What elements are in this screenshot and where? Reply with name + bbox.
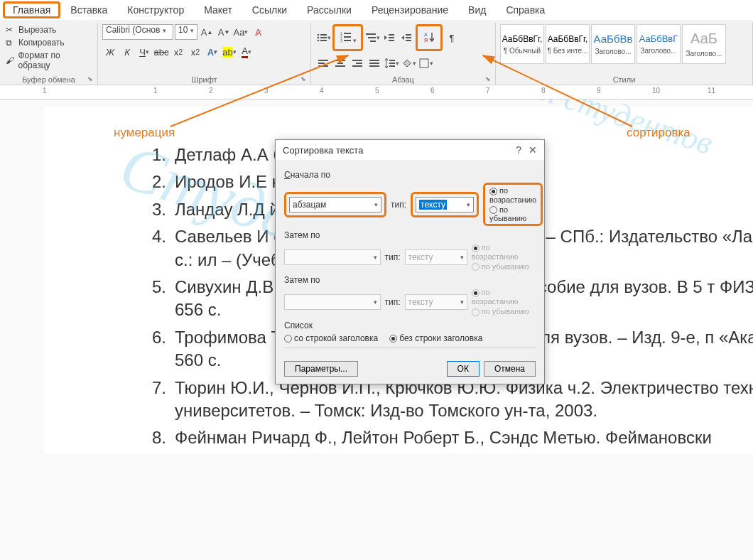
clipboard-launcher-icon[interactable]: ⬊ [87, 75, 96, 84]
tab-home[interactable]: Главная [3, 1, 60, 18]
format-painter-button[interactable]: 🖌 Формат по образцу [4, 50, 93, 71]
cancel-button[interactable]: Отмена [484, 361, 536, 377]
font-name-combo[interactable]: Calibri (Основ ▾ [102, 24, 173, 40]
tab-layout[interactable]: Макет [194, 1, 242, 18]
first-by-label: Сначала по [284, 170, 536, 180]
radio-icon [472, 244, 480, 252]
ruler-mark: 8 [541, 87, 546, 95]
sort-dialog: Сортировка текста ? ✕ Сначала по абзацам… [275, 139, 545, 384]
sort-type-combo[interactable]: тексту▾ [416, 197, 474, 212]
line-spacing-button[interactable]: ▾ [384, 55, 399, 71]
multilevel-button[interactable]: ▾ [364, 30, 380, 45]
type-label: тип: [385, 252, 401, 262]
list-item: 8.Фейнман Ричард Ф., Лейтон Роберт Б., С… [143, 426, 753, 449]
dec-indent-button[interactable] [381, 30, 397, 45]
bold-button[interactable]: Ж [102, 44, 118, 60]
underline-button[interactable]: Ч▾ [136, 44, 152, 60]
style-sample: АаБ [690, 31, 717, 47]
options-button[interactable]: Параметры... [284, 361, 358, 377]
svg-rect-27 [337, 63, 343, 64]
numbering-button[interactable]: 123 ▾ [332, 24, 363, 51]
shrink-font-button[interactable]: A▼ [216, 24, 232, 40]
inc-indent-button[interactable] [399, 30, 414, 45]
close-icon[interactable]: ✕ [529, 144, 537, 156]
tab-insert[interactable]: Вставка [60, 1, 117, 18]
list-number: 2. [143, 171, 175, 193]
asc-radio-2: по возрастанию [472, 243, 536, 261]
desc-radio-3: по убыванию [472, 307, 536, 316]
then-field-combo-1[interactable]: ▾ [284, 249, 381, 265]
svg-rect-34 [369, 65, 379, 67]
svg-rect-37 [389, 65, 395, 67]
desc-radio[interactable]: по убыванию [489, 205, 536, 223]
strike-button[interactable]: abc [153, 44, 169, 60]
subscript-button[interactable]: x2 [170, 44, 186, 60]
tab-view[interactable]: Вид [458, 1, 496, 18]
font-size-value: 10 [178, 25, 188, 35]
clear-format-button[interactable]: A̷ [250, 24, 266, 40]
asc-radio[interactable]: по возрастанию [489, 186, 536, 204]
italic-button[interactable]: К [119, 44, 135, 60]
align-right-icon [352, 58, 363, 69]
list-number: 3. [143, 198, 175, 221]
chevron-down-icon: ▾ [374, 201, 378, 208]
then-by-label-2: Затем по [284, 275, 536, 285]
grow-font-button[interactable]: A▲ [199, 24, 215, 40]
align-center-icon [335, 58, 346, 69]
list-text: Фейнман Ричард Ф., Лейтон Роберт Б., Сэн… [175, 426, 753, 449]
help-icon[interactable]: ? [516, 144, 521, 156]
change-case-button[interactable]: Aa▾ [233, 24, 249, 40]
sort-button[interactable]: AЯ [416, 24, 443, 51]
shading-button[interactable]: ▾ [401, 55, 416, 71]
show-marks-button[interactable]: ¶ [444, 30, 460, 45]
copy-button[interactable]: ⧉ Копировать [4, 37, 93, 48]
chevron-down-icon: ▾ [190, 27, 194, 34]
align-left-button[interactable] [315, 55, 331, 71]
ruler-mark: 2 [209, 87, 213, 95]
style-heading1[interactable]: АаБбВв Заголово... [591, 24, 635, 64]
ruler[interactable]: 1123456789101112 [0, 85, 753, 99]
font-size-combo[interactable]: 10 ▾ [175, 24, 197, 40]
svg-rect-24 [318, 63, 325, 64]
paragraph-launcher-icon[interactable]: ⬊ [485, 75, 494, 84]
then-type-combo-1[interactable]: тексту▾ [405, 249, 467, 265]
superscript-button[interactable]: x2 [188, 44, 203, 60]
then-field-combo-2[interactable]: ▾ [284, 294, 381, 310]
group-font: Calibri (Основ ▾ 10 ▾ A▲ A▼ Aa▾ A̷ Ж К Ч… [98, 23, 311, 85]
annotation-sorting-label: сортировка [627, 126, 690, 140]
with-header-radio[interactable]: со строкой заголовка [284, 333, 378, 343]
svg-point-0 [317, 34, 319, 36]
tab-review[interactable]: Рецензирование [362, 1, 458, 18]
align-center-button[interactable] [332, 55, 348, 71]
tab-mailings[interactable]: Рассылки [297, 1, 362, 18]
style-heading2[interactable]: АаБбВвГ Заголово... [636, 24, 681, 64]
font-color-button[interactable]: A▾ [239, 44, 254, 60]
type-label: тип: [391, 200, 406, 210]
style-no-spacing[interactable]: АаБбВвГг, ¶ Без инте... [546, 24, 590, 64]
align-right-button[interactable] [350, 55, 365, 71]
tab-design[interactable]: Конструктор [117, 1, 194, 18]
svg-rect-14 [370, 41, 376, 42]
tab-help[interactable]: Справка [496, 1, 555, 18]
ok-button[interactable]: ОК [447, 361, 480, 377]
without-header-radio[interactable]: без строки заголовка [389, 333, 482, 343]
shading-icon [401, 58, 413, 69]
cut-button[interactable]: ✂ Вырезать [4, 24, 93, 36]
sort-field-combo[interactable]: абзацам▾ [289, 197, 381, 212]
style-normal[interactable]: АаБбВвГг, ¶ Обычный [500, 24, 544, 64]
dialog-titlebar[interactable]: Сортировка текста ? ✕ [276, 140, 544, 160]
align-justify-button[interactable] [367, 55, 382, 71]
then-type-combo-2[interactable]: тексту▾ [405, 294, 467, 310]
bullets-button[interactable]: ▾ [315, 30, 331, 45]
tab-references[interactable]: Ссылки [242, 1, 297, 18]
then-by-label-1: Затем по [284, 230, 536, 240]
font-launcher-icon[interactable]: ⬊ [300, 75, 309, 84]
text-effects-button[interactable]: A▾ [205, 44, 220, 60]
highlight-button[interactable]: ab▾ [222, 44, 237, 60]
borders-button[interactable]: ▾ [418, 55, 433, 71]
styles-group-label: Стили [500, 75, 748, 85]
style-heading3[interactable]: АаБ Заголово... [682, 24, 726, 64]
group-clipboard: ✂ Вырезать ⧉ Копировать 🖌 Формат по обра… [0, 23, 98, 85]
chevron-down-icon: ▾ [460, 254, 464, 261]
svg-text:Я: Я [424, 38, 428, 43]
